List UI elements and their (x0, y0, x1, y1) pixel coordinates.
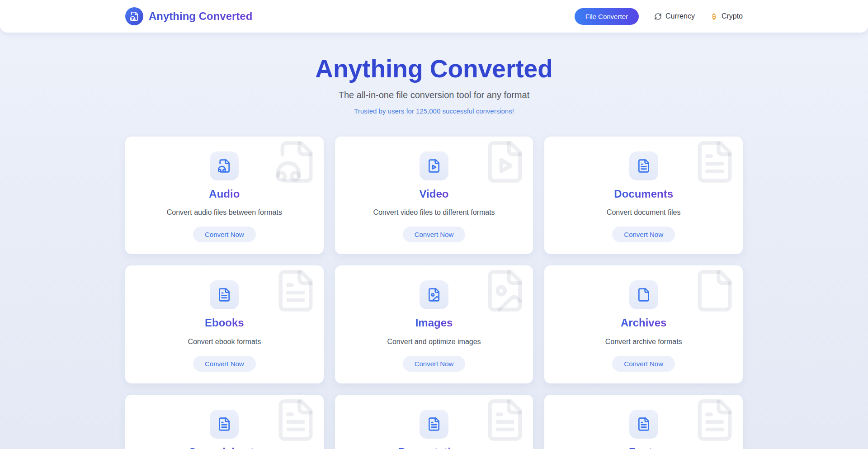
page-subtitle: The all-in-one file conversion tool for … (0, 90, 868, 100)
file-video-icon (420, 151, 448, 180)
category-grid: Audio Convert audio files between format… (125, 137, 743, 449)
nav-crypto-label: Crypto (722, 12, 743, 20)
nav-currency-label: Currency (665, 12, 695, 20)
category-card: Fonts (544, 395, 743, 449)
file-blank-icon-watermark (692, 268, 737, 315)
card-description: Convert audio files between formats (140, 208, 309, 217)
card-title: Documents (614, 188, 673, 201)
navbar-inner: Anything Converted File Converter Curren… (125, 0, 743, 33)
convert-now-button[interactable]: Convert Now (612, 356, 675, 372)
card-title: Audio (209, 188, 240, 201)
trust-banner: Trusted by users for 125,000 successful … (0, 107, 868, 115)
card-description: Convert ebook formats (140, 338, 309, 346)
bitcoin-icon (710, 13, 718, 20)
convert-now-button[interactable]: Convert Now (193, 227, 256, 242)
page: Anything Converted File Converter Curren… (0, 0, 868, 449)
convert-now-button[interactable]: Convert Now (403, 356, 466, 372)
card-description: Convert document files (559, 208, 728, 217)
file-text-icon (210, 280, 239, 309)
file-blank-icon (629, 280, 658, 309)
brand-name: Anything Converted (149, 10, 252, 23)
card-description: Convert and optimize images (349, 338, 519, 346)
category-card: Archives Convert archive formats Convert… (544, 265, 743, 383)
file-text-icon (629, 151, 658, 180)
card-title: Spreadsheets (189, 446, 260, 449)
file-audio-icon-watermark (273, 139, 318, 186)
file-text-icon (420, 410, 448, 439)
card-description: Convert archive formats (559, 338, 728, 346)
card-title: Fonts (629, 446, 658, 449)
nav-crypto-link[interactable]: Crypto (710, 12, 743, 20)
file-video-icon-watermark (482, 139, 528, 186)
card-title: Video (420, 188, 449, 201)
file-text-icon-watermark (692, 139, 737, 186)
category-card: Documents Convert document files Convert… (544, 137, 743, 255)
category-card: Video Convert video files to different f… (335, 137, 533, 255)
file-image-icon-watermark (482, 268, 528, 315)
card-description: Convert video files to different formats (349, 208, 519, 217)
hero-section: Anything Converted The all-in-one file c… (0, 33, 868, 115)
category-card: Spreadsheets (125, 395, 324, 449)
category-card: Images Convert and optimize images Conve… (335, 265, 533, 383)
navbar: Anything Converted File Converter Curren… (0, 0, 868, 33)
file-text-icon (629, 410, 658, 439)
refresh-icon (654, 13, 662, 20)
convert-now-button[interactable]: Convert Now (612, 227, 675, 242)
nav-file-converter-button[interactable]: File Converter (575, 8, 639, 25)
card-title: Archives (621, 317, 666, 330)
file-text-icon-watermark (273, 268, 318, 315)
category-card: Ebooks Convert ebook formats Convert Now (125, 265, 324, 383)
file-text-icon-watermark (482, 397, 528, 444)
convert-now-button[interactable]: Convert Now (403, 227, 466, 242)
card-title: Presentations (398, 446, 470, 449)
file-text-icon (210, 410, 239, 439)
convert-now-button[interactable]: Convert Now (193, 356, 256, 372)
card-title: Images (415, 317, 453, 330)
page-title: Anything Converted (0, 55, 868, 83)
file-text-icon-watermark (692, 397, 737, 444)
logo-icon (125, 7, 143, 25)
file-text-icon-watermark (273, 397, 318, 444)
nav-links: File Converter Currency Crypto (575, 8, 743, 25)
file-audio-icon (210, 151, 239, 180)
main-content: Anything Converted The all-in-one file c… (0, 33, 868, 449)
category-card: Presentations (335, 395, 533, 449)
file-image-icon (420, 280, 448, 309)
brand[interactable]: Anything Converted (125, 7, 252, 25)
nav-currency-link[interactable]: Currency (654, 12, 695, 20)
category-card: Audio Convert audio files between format… (125, 137, 324, 255)
card-title: Ebooks (205, 317, 244, 330)
